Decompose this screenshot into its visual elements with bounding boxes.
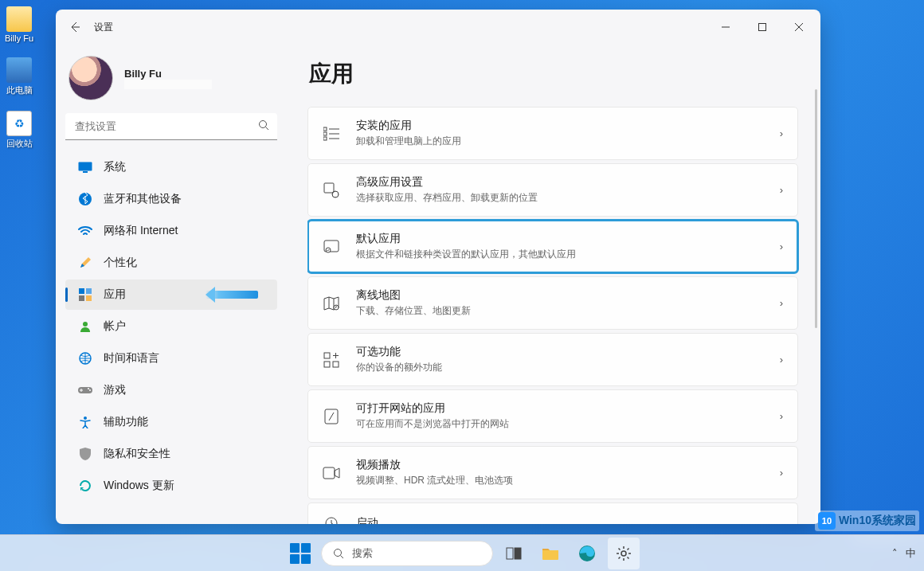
card-desc: 可在应用而不是浏览器中打开的网站 [356, 417, 764, 431]
card-title: 启动 [356, 516, 783, 524]
sidebar-item-label: 应用 [104, 287, 126, 302]
tray-expand-icon[interactable]: ˄ [892, 547, 898, 559]
card-title: 可打开网站的应用 [356, 401, 764, 416]
window-controls [707, 15, 817, 39]
card-advanced-app-settings[interactable]: 高级应用设置 选择获取应用、存档应用、卸载更新的位置 › [307, 163, 798, 217]
settings-list: 安装的应用 卸载和管理电脑上的应用 › 高级应用设置 选择获取应用、存档应用、卸… [307, 107, 814, 524]
svg-rect-24 [324, 362, 330, 367]
card-title: 安装的应用 [356, 119, 764, 133]
card-startup[interactable]: 启动 [307, 503, 798, 524]
card-desc: 根据文件和链接种类设置的默认应用，其他默认应用 [356, 248, 764, 261]
sidebar-item-label: 个性化 [104, 256, 137, 270]
card-title: 视频播放 [356, 458, 764, 472]
svg-rect-15 [323, 127, 327, 131]
chevron-right-icon: › [780, 127, 783, 139]
folder-icon [542, 546, 559, 561]
user-email-redacted [124, 80, 212, 89]
svg-point-19 [332, 191, 339, 198]
card-default-apps[interactable]: 默认应用 根据文件和链接种类设置的默认应用，其他默认应用 › [307, 220, 798, 273]
task-view-icon [506, 547, 522, 560]
svg-rect-23 [324, 353, 330, 358]
taskbar-search-placeholder: 搜索 [352, 546, 373, 561]
user-profile[interactable]: Billy Fu [64, 49, 288, 111]
svg-rect-7 [79, 295, 84, 301]
start-button[interactable] [284, 538, 316, 569]
folder-icon [6, 6, 32, 32]
svg-rect-8 [86, 295, 92, 301]
taskbar-edge[interactable] [571, 538, 603, 569]
sidebar-item-accessibility[interactable]: 辅助功能 [65, 407, 277, 437]
website-apps-icon [323, 408, 340, 425]
taskbar-tray: ˄ 中 [892, 546, 916, 561]
desktop-icon-folder[interactable]: Billy Fu [5, 6, 33, 43]
map-icon [323, 295, 340, 312]
list-icon [323, 125, 340, 143]
chevron-right-icon: › [780, 410, 783, 422]
sidebar: Billy Fu 系统 蓝牙和其他设备 [56, 45, 288, 524]
chevron-right-icon: › [780, 241, 783, 252]
minimize-button[interactable] [707, 15, 744, 39]
tray-ime[interactable]: 中 [906, 546, 916, 561]
gamepad-icon [78, 383, 92, 397]
desktop-icon-this-pc[interactable]: 此电脑 [5, 57, 33, 96]
svg-rect-3 [83, 171, 88, 173]
watermark-brand: Win10系统家园 [839, 514, 916, 528]
taskbar-search[interactable]: 搜索 [321, 541, 493, 566]
sidebar-nav: 系统 蓝牙和其他设备 网络和 Internet 个性化 应用 [64, 151, 288, 502]
card-optional-features[interactable]: 可选功能 你的设备的额外功能 › [307, 333, 798, 386]
sidebar-item-windows-update[interactable]: Windows 更新 [65, 471, 277, 501]
sidebar-item-network[interactable]: 网络和 Internet [65, 216, 277, 246]
content-area: 应用 安装的应用 卸载和管理电脑上的应用 › 高级应用设置 选择获取应用、存档应… [288, 45, 820, 524]
card-desc: 你的设备的额外功能 [356, 361, 764, 374]
sidebar-item-privacy[interactable]: 隐私和安全性 [65, 439, 277, 469]
taskbar-task-view[interactable] [498, 538, 530, 569]
startup-icon [323, 514, 340, 524]
card-desc: 视频调整、HDR 流式处理、电池选项 [356, 474, 764, 487]
close-button[interactable] [781, 15, 817, 39]
card-offline-maps[interactable]: 离线地图 下载、存储位置、地图更新 › [307, 276, 798, 330]
brush-icon [78, 256, 92, 270]
search-container [65, 113, 277, 140]
features-icon [323, 351, 340, 369]
sidebar-item-label: 帐户 [104, 319, 126, 334]
svg-point-13 [89, 389, 91, 391]
card-installed-apps[interactable]: 安装的应用 卸载和管理电脑上的应用 › [307, 107, 798, 160]
gear-icon [615, 545, 632, 562]
taskbar-explorer[interactable] [534, 538, 566, 569]
sidebar-item-label: 时间和语言 [104, 351, 159, 366]
bluetooth-icon [78, 192, 92, 206]
person-icon [78, 319, 92, 334]
sidebar-item-label: Windows 更新 [104, 479, 174, 493]
sidebar-item-label: 游戏 [104, 383, 126, 397]
video-icon [323, 464, 340, 482]
chevron-right-icon: › [780, 467, 783, 479]
sidebar-item-time-language[interactable]: 时间和语言 [65, 343, 277, 373]
windows-icon [290, 543, 311, 564]
card-title: 可选功能 [356, 345, 764, 359]
titlebar: 设置 [56, 10, 820, 45]
window-title: 设置 [94, 21, 113, 34]
taskbar-center: 搜索 [284, 538, 640, 569]
taskbar-settings[interactable] [608, 538, 640, 569]
scrollbar[interactable] [814, 89, 819, 518]
back-button[interactable] [61, 13, 89, 41]
sidebar-item-accounts[interactable]: 帐户 [65, 311, 277, 342]
sidebar-item-gaming[interactable]: 游戏 [65, 375, 277, 405]
apps-icon [78, 287, 92, 302]
sidebar-item-system[interactable]: 系统 [65, 152, 277, 182]
sidebar-item-bluetooth[interactable]: 蓝牙和其他设备 [65, 184, 277, 214]
desktop-icon-recycle-bin[interactable]: 回收站 [5, 111, 33, 150]
annotation-arrow [206, 291, 258, 299]
card-video-playback[interactable]: 视频播放 视频调整、HDR 流式处理、电池选项 › [307, 446, 798, 499]
desktop-icon-label: 此电脑 [6, 84, 33, 96]
update-icon [78, 479, 92, 493]
sidebar-item-label: 隐私和安全性 [104, 447, 170, 461]
svg-rect-0 [759, 24, 766, 31]
sidebar-item-apps[interactable]: 应用 [65, 280, 277, 310]
scrollbar-thumb[interactable] [815, 89, 817, 328]
search-input[interactable] [65, 113, 277, 140]
maximize-button[interactable] [744, 15, 781, 39]
recycle-bin-icon [6, 111, 32, 136]
sidebar-item-personalization[interactable]: 个性化 [65, 248, 277, 278]
card-apps-for-websites[interactable]: 可打开网站的应用 可在应用而不是浏览器中打开的网站 › [307, 389, 798, 443]
